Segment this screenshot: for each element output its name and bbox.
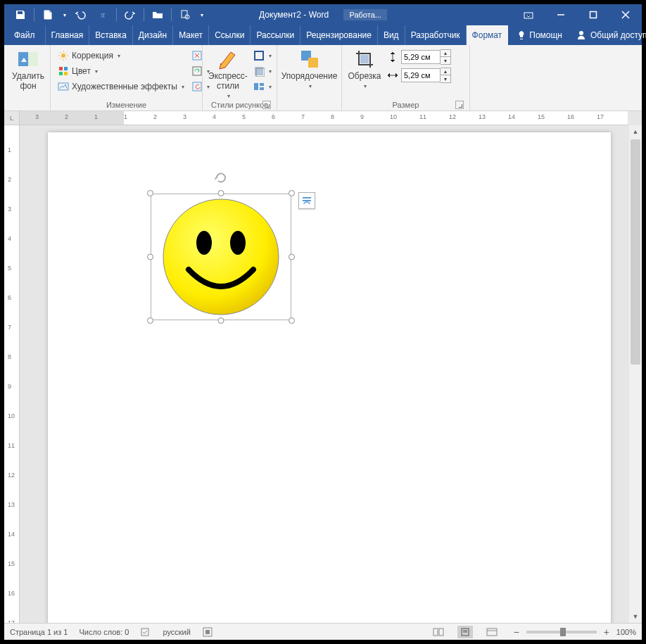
handle-r[interactable] [289,254,295,260]
tab-view[interactable]: Вид [378,25,405,45]
tell-me-button[interactable]: Помощн [511,25,568,45]
size-dialog-launcher[interactable] [455,101,464,109]
remove-background-button[interactable]: Удалить фон [10,48,46,91]
vertical-ruler[interactable]: 123456789101112131415161718 [4,125,20,623]
svg-rect-19 [59,72,63,75]
handle-b[interactable] [218,317,224,324]
undo-button[interactable] [70,6,91,23]
qat-customize[interactable]: ▾ [197,12,205,18]
tab-insert[interactable]: Вставка [89,25,133,45]
handle-t[interactable] [218,190,224,196]
redo-button[interactable] [120,6,141,23]
width-input[interactable] [401,68,441,82]
tab-design[interactable]: Дизайн [133,25,173,45]
handle-l[interactable] [147,254,153,260]
lightbulb-icon [517,30,526,40]
pi-button[interactable]: π [92,6,113,23]
svg-rect-39 [141,629,148,636]
language-indicator[interactable]: русский [163,628,190,636]
layout-options-button[interactable] [298,192,315,209]
tab-file[interactable]: Файл [4,25,46,45]
picture-effects-button[interactable]: ▾ [252,63,273,79]
zoom-slider[interactable] [526,631,597,633]
zoom-in-button[interactable]: + [601,626,612,638]
artistic-effects-button[interactable]: Художественные эффекты▾ [56,79,186,94]
open-button[interactable] [147,6,168,23]
group-label-size: Размер [348,99,464,109]
handle-bl[interactable] [147,317,153,324]
scroll-down[interactable]: ▼ [629,610,642,623]
minimize-button[interactable] [545,4,577,25]
read-mode-button[interactable] [431,626,446,638]
tab-mailings[interactable]: Рассылки [251,25,300,45]
save-button[interactable] [10,6,31,23]
picstyles-dialog-launcher[interactable] [262,101,271,109]
horizontal-ruler[interactable]: 3211234567891011121314151617 [20,111,628,125]
scroll-up[interactable]: ▲ [629,125,642,138]
vertical-scrollbar[interactable]: ▲ ▼ [629,125,642,623]
quick-styles-button[interactable]: Экспресс-стили▾ [208,48,248,99]
width-down[interactable]: ▼ [441,75,450,82]
page [48,132,611,623]
ribbon-tabs: Файл Главная Вставка Дизайн Макет Ссылки… [4,25,642,45]
ribbon-options-button[interactable] [512,4,545,25]
tab-references[interactable]: Ссылки [209,25,251,45]
zoom-thumb[interactable] [560,628,566,636]
height-down[interactable]: ▼ [441,57,450,64]
share-button[interactable]: Общий доступ [568,25,646,45]
zoom-out-button[interactable]: − [511,626,522,638]
page-indicator[interactable]: Страница 1 из 1 [10,628,68,636]
scroll-thumb[interactable] [631,139,640,365]
close-button[interactable] [609,4,642,25]
reset-icon [191,81,203,92]
tab-review[interactable]: Рецензирование [300,25,378,45]
group-label-adjust: Изменение [56,99,196,109]
spellcheck-icon[interactable] [140,626,151,638]
handle-tr[interactable] [289,190,295,196]
svg-rect-7 [28,52,38,66]
picture-layout-button[interactable]: ▾ [252,79,273,94]
zoom-percent[interactable]: 100% [616,628,636,636]
new-button[interactable] [37,6,58,23]
svg-rect-21 [58,83,68,90]
selected-picture[interactable] [151,194,291,320]
word-count[interactable]: Число слов: 0 [79,628,129,636]
document-area[interactable] [20,125,629,623]
crop-button[interactable]: Обрезка▾ [348,48,381,89]
web-layout-button[interactable] [484,626,500,638]
color-button[interactable]: Цвет▾ [56,63,186,79]
svg-rect-34 [303,197,311,198]
tab-home[interactable]: Главная [46,25,90,45]
layout-options-icon [301,195,312,206]
width-field-row: ▲▼ [386,68,452,83]
tab-developer[interactable]: Разработчик [405,25,467,45]
arrange-button[interactable]: Упорядочение▾ [283,48,336,89]
group-arrange: Упорядочение▾ [277,45,342,111]
print-layout-button[interactable] [457,626,473,638]
macro-icon[interactable] [202,626,213,638]
group-size: Обрезка▾ ▲▼ ▲▼ [342,45,470,111]
new-dropdown[interactable]: ▾ [60,12,68,18]
print-preview-button[interactable] [175,6,196,23]
svg-rect-28 [254,83,258,90]
svg-rect-35 [303,200,311,201]
remove-bg-icon [17,48,39,70]
handle-br[interactable] [289,317,295,324]
handle-tl[interactable] [147,190,153,196]
corrections-button[interactable]: Коррекция▾ [56,48,186,63]
svg-rect-20 [64,72,68,75]
tab-layout[interactable]: Макет [173,25,209,45]
picture-border-button[interactable]: ▾ [252,48,273,63]
svg-rect-32 [308,58,318,68]
width-up[interactable]: ▲ [441,68,450,75]
ruler-corner: L [4,111,20,125]
height-input[interactable] [401,50,441,64]
height-up[interactable]: ▲ [441,50,450,57]
rotate-handle[interactable] [214,171,228,185]
tab-format[interactable]: Формат [467,25,509,45]
svg-point-8 [61,53,65,58]
maximize-button[interactable] [577,4,609,25]
svg-rect-25 [255,51,263,60]
status-bar: Страница 1 из 1 Число слов: 0 русский − … [4,623,642,640]
title-badge: Работа... [343,9,386,20]
